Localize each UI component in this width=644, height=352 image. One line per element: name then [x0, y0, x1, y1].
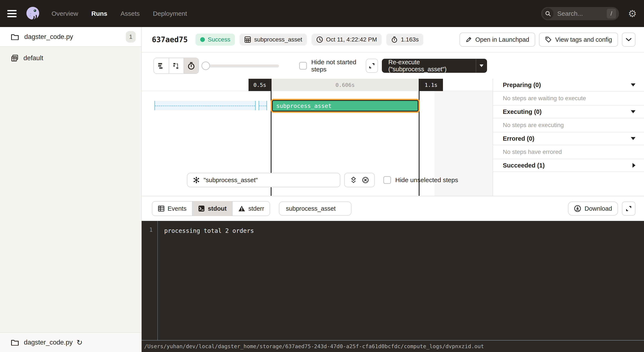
section-executing-message: No steps are executing	[493, 118, 644, 132]
section-message: No steps are waiting to execute	[503, 95, 636, 102]
gantt-chart: 0.606s 0.5s 1.1s subprocess_asset	[142, 79, 492, 196]
nav-deployment[interactable]: Deployment	[153, 10, 187, 17]
status-label: Success	[208, 36, 230, 43]
log-gutter: 1	[142, 221, 158, 340]
tab-stdout[interactable]: stdout	[192, 202, 232, 216]
clock-icon	[316, 36, 323, 43]
folder-icon	[11, 339, 19, 346]
tab-stderr-label: stderr	[248, 205, 264, 212]
run-id: 637aed75	[152, 35, 188, 44]
search-shortcut-badge: /	[607, 9, 616, 18]
reexecute-label: Re-execute ("subprocess_asset")	[382, 59, 476, 73]
nav-overview[interactable]: Overview	[52, 10, 78, 17]
section-title: Errored (0)	[503, 135, 631, 142]
reexecute-dropdown-button[interactable]	[476, 59, 487, 73]
dagster-app: Overview Runs Assets Deployment Search..…	[0, 0, 644, 352]
asset-tag[interactable]: subprocess_asset	[240, 34, 307, 45]
search-icon	[542, 8, 554, 19]
view-tags-config-label: View tags and config	[555, 36, 612, 43]
step-filter-input[interactable]: "subprocess_asset"	[187, 173, 340, 187]
sidebar-job-default[interactable]: default	[0, 50, 141, 66]
steps-panel: Preparing (0) No steps are waiting to ex…	[492, 79, 644, 196]
section-title: Preparing (0)	[503, 81, 631, 88]
hide-not-started-checkbox[interactable]	[299, 62, 307, 70]
caret-down-icon	[631, 83, 636, 86]
tab-stderr[interactable]: stderr	[232, 202, 270, 216]
reload-icon[interactable]: ↻	[76, 338, 83, 347]
clear-filter-icon[interactable]	[360, 175, 370, 185]
stopwatch-icon	[391, 36, 398, 43]
log-fullscreen-button[interactable]	[622, 202, 636, 216]
gantt-fullscreen-button[interactable]	[366, 59, 378, 73]
table-icon	[244, 36, 251, 43]
section-executing[interactable]: Executing (0)	[493, 106, 644, 118]
sidebar-repo-row[interactable]: dagster_code.py 1	[0, 27, 141, 47]
dagster-logo-icon[interactable]	[25, 6, 40, 21]
tab-events[interactable]: Events	[152, 202, 192, 216]
menu-icon[interactable]	[7, 10, 16, 17]
open-in-launchpad-label: Open in Launchpad	[475, 36, 529, 43]
download-label: Download	[584, 205, 612, 212]
line-number: 1	[142, 226, 158, 233]
timeline-end-marker: 1.1s	[419, 79, 443, 91]
section-preparing-message: No steps are waiting to execute	[493, 91, 644, 106]
top-nav: Overview Runs Assets Deployment Search..…	[0, 0, 644, 27]
flat-view-icon	[158, 62, 165, 69]
layers-icon[interactable]	[348, 175, 358, 185]
section-message: No steps are executing	[503, 122, 636, 129]
section-message: No steps have errored	[503, 149, 636, 155]
log-viewer[interactable]: 1 processing total 2 orders	[142, 221, 644, 340]
terminal-icon	[198, 205, 205, 212]
tab-stdout-label: stdout	[208, 205, 227, 212]
section-errored-message: No steps have errored	[493, 145, 644, 159]
asset-tag-label: subprocess_asset	[254, 36, 302, 43]
open-in-launchpad-button[interactable]: Open in Launchpad	[460, 32, 535, 47]
section-preparing[interactable]: Preparing (0)	[493, 79, 644, 91]
step-filter-value: "subprocess_asset"	[204, 177, 258, 184]
caret-down-icon	[631, 137, 636, 140]
expand-icon	[368, 62, 375, 69]
log-tabs: Events stdout stderr	[152, 201, 270, 216]
slider-handle[interactable]	[202, 61, 210, 70]
caret-down-icon	[631, 110, 636, 113]
caret-down-icon	[480, 64, 484, 67]
section-errored[interactable]: Errored (0)	[493, 132, 644, 145]
view-tags-config-button[interactable]: View tags and config	[539, 32, 618, 47]
search-placeholder: Search...	[557, 10, 607, 17]
nav-runs[interactable]: Runs	[91, 10, 107, 17]
gear-icon[interactable]: ⚙	[628, 9, 637, 18]
flat-view-button[interactable]	[154, 58, 169, 73]
log-file-path: /Users/yuhan/dev/local/dagster_home/stor…	[144, 343, 484, 350]
tag-icon	[545, 36, 552, 43]
footer-file-label: dagster_code.py	[24, 339, 72, 346]
nav-assets[interactable]: Assets	[120, 10, 140, 17]
slider-track[interactable]	[202, 64, 279, 67]
hide-unselected-checkbox[interactable]	[383, 176, 391, 184]
timing-view-button[interactable]	[184, 58, 198, 73]
events-table-icon	[158, 205, 164, 212]
warning-icon	[238, 205, 245, 212]
collapse-header-button[interactable]	[622, 32, 636, 47]
search-input[interactable]: Search... /	[541, 7, 619, 20]
reexecute-button[interactable]: Re-execute ("subprocess_asset")	[382, 59, 487, 73]
stopwatch-icon	[188, 62, 195, 70]
gantt-step-bar[interactable]: subprocess_asset	[272, 100, 418, 111]
chevron-down-icon	[626, 38, 632, 41]
timeline-start-marker: 0.5s	[248, 79, 271, 91]
waiting-span	[258, 101, 267, 110]
hide-not-started-label: Hide not started steps	[311, 58, 366, 73]
log-lines: processing total 2 orders	[158, 221, 644, 340]
sidebar: dagster_code.py 1 default dagster_code.p…	[0, 27, 142, 352]
log-step-selector[interactable]: subprocess_asset	[279, 202, 352, 216]
gantt-toolbar: Hide not started steps Re-execute ("subp…	[142, 52, 492, 79]
section-title: Executing (0)	[503, 108, 631, 115]
download-button[interactable]: Download	[568, 202, 618, 216]
run-header: 637aed75 Success subprocess_asset Oct 11…	[142, 27, 644, 52]
section-title: Succeeded (1)	[503, 162, 632, 169]
waterfall-view-icon	[172, 62, 180, 69]
zoom-slider[interactable]	[202, 61, 279, 70]
section-succeeded[interactable]: Succeeded (1)	[493, 159, 644, 172]
waterfall-view-button[interactable]	[169, 58, 184, 73]
main-content: 637aed75 Success subprocess_asset Oct 11…	[142, 27, 644, 352]
gantt-view-toggle	[153, 58, 199, 74]
